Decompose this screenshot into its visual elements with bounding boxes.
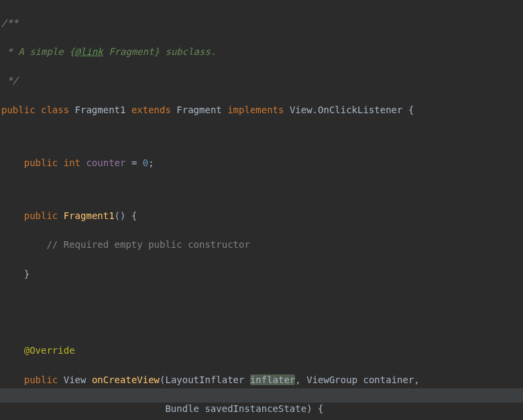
code-line: public View onCreateView(LayoutInflater … [1, 373, 523, 388]
code-line: * A simple {@link Fragment} subclass. [1, 45, 523, 60]
code-line: public Fragment1() { [1, 209, 523, 224]
code-line [1, 132, 523, 141]
code-line: */ [1, 74, 523, 88]
code-line [1, 296, 523, 305]
code-line [1, 185, 523, 194]
code-line: public class Fragment1 extends Fragment … [1, 103, 523, 118]
code-line: public int counter = 0; [1, 156, 523, 171]
code-line: // Required empty public constructor [1, 238, 523, 253]
code-line: } [1, 267, 523, 282]
code-editor-tail[interactable]: } [1, 402, 8, 420]
code-line: /** [1, 16, 523, 31]
code-line: @Override [1, 344, 523, 358]
code-line: Bundle savedInstanceState) { [1, 402, 523, 417]
code-editor[interactable]: /** * A simple {@link Fragment} subclass… [0, 0, 523, 420]
status-bar [0, 389, 523, 403]
code-line [1, 320, 523, 330]
